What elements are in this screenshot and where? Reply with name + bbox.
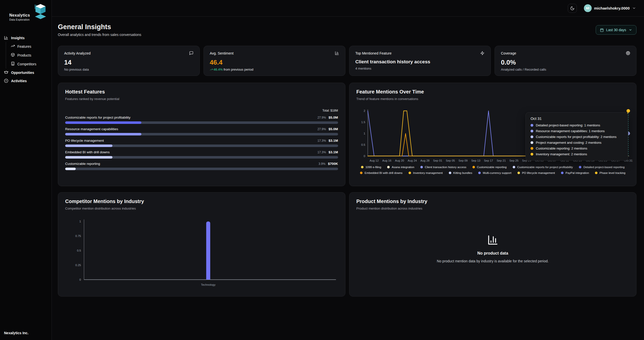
feature-bar-fill [65,156,112,159]
brand-logo: Nexalytics Data Exploration [0,3,52,28]
series-dot-icon [531,135,533,138]
main-area: MI michaelshokry.0000 General Insights O… [52,0,644,340]
sidebar-item-opportunities[interactable]: Opportunities [0,68,52,77]
feature-bar-row: Resource management capabilities 27.9% $… [65,127,338,135]
feature-value: $700K [328,162,338,166]
panel-subtitle: Product mention distribution across indu… [356,207,629,210]
svg-text:0.5: 0.5 [361,143,365,146]
feature-bar-track [65,133,338,135]
svg-text:Technology: Technology [201,283,216,286]
sidebar-nav: Insights Features Products Competitors [0,34,52,85]
svg-text:0.75: 0.75 [75,234,81,237]
legend-item: Embedded BI with drill downs [360,171,403,174]
feature-percent: 17.3% [317,139,326,142]
brand-name: Nexalytics [9,13,30,18]
feature-label: Embedded BI with drill downs [65,150,110,154]
svg-text:1.5: 1.5 [361,121,365,124]
stat-sub: Analyzed calls / Recorded calls [501,68,630,71]
series-dot-icon [531,153,533,156]
theme-toggle-button[interactable] [568,4,577,13]
moon-icon [570,6,575,11]
svg-text:Aug 16: Aug 16 [382,159,391,162]
svg-text:Aug 24: Aug 24 [408,159,417,162]
feature-bar-row: PO lifecycle management 17.3% $3.1M [65,139,338,147]
series-dot-icon [420,166,423,168]
hottest-features-panel: Hottest Features Features ranked by reve… [58,83,345,186]
stat-card-top-feature: Top Mentioned Feature Client transaction… [349,46,491,76]
feature-label: PO lifecycle management [65,139,104,142]
svg-text:2: 2 [364,109,365,112]
brand-lockup: Nexalytics Data Exploration [9,13,30,21]
stat-value: 46.4 [210,59,339,66]
panel-subtitle: Trend of feature mentions in conversatio… [356,97,629,101]
circle-dot-icon [4,79,8,83]
svg-text:Sep 21: Sep 21 [497,159,506,162]
content: General Insights Overall analytics and t… [52,17,644,297]
tooltip-row: Detailed project-based reporting: 1 ment… [531,123,623,127]
panel-title: Product Mentions by Industry [356,199,629,204]
bar-chart-area: 00.250.50.751Technology [65,214,338,287]
topbar: MI michaelshokry.0000 [52,0,644,17]
series-dot-icon [579,166,581,168]
feature-value: $5.0M [329,116,338,119]
zap-icon [480,51,485,55]
feature-bar-track [65,156,338,159]
legend-item: Customizable reports for project profita… [513,166,573,169]
delta-value: 46.4% [214,68,223,71]
svg-text:Aug 20: Aug 20 [395,159,404,162]
stat-card-activity: Activity Analyzed 14 No previous data [58,46,200,76]
sidebar-item-label: Competitors [17,62,36,66]
competitor-bar-chart: 00.250.50.751Technology [65,214,338,287]
avatar: MI [584,4,592,12]
feature-percent: 27.9% [317,127,326,131]
tooltip-row: Inventory management: 2 mentions [531,152,623,156]
series-dot-icon [513,166,515,168]
legend-label: Phase level tracking [599,171,625,174]
user-menu[interactable]: MI michaelshokry.0000 [584,4,636,12]
feature-value: $5.0M [329,127,338,131]
legend-label: Customizable reports for project profita… [517,166,573,169]
sidebar-item-competitors[interactable]: Competitors [6,60,52,68]
stat-card-sentiment: Avg. Sentiment 46.4 46.4% from previous … [204,46,345,76]
svg-text:Sep 01: Sep 01 [433,159,442,162]
svg-text:Aug 28: Aug 28 [420,159,429,162]
target-icon [626,51,630,55]
sidebar-footer: Nexalytics Inc. [0,331,52,335]
package-icon [11,53,15,58]
date-range-button[interactable]: Last 30 days [596,25,636,35]
legend-item: Asana integration [387,166,414,169]
panel-title: Hottest Features [65,89,338,95]
legend-item: Multi-currency support [478,171,511,174]
legend-item: Phase level tracking [595,171,625,174]
stat-card-coverage: Coverage 0.0% Analyzed calls / Recorded … [495,46,636,76]
sidebar-item-products[interactable]: Products [6,51,52,60]
legend-label: Kitting bundles [453,171,472,174]
tooltip-text: Customizable reporting: 2 mentions [536,147,587,150]
chart-legend: 1099 e-filing Asana integration Client t… [356,166,629,174]
feature-value: $3.1M [329,139,338,142]
delta-caption: from previous period [224,68,254,71]
sidebar-item-insights[interactable]: Insights [0,34,52,42]
svg-text:1: 1 [79,220,81,223]
sidebar-item-activities[interactable]: Activities [0,77,52,85]
feature-label: Customizable reporting [65,162,100,166]
legend-label: Embedded BI with drill downs [365,171,403,174]
sidebar: Nexalytics Data Exploration Insights Fea… [0,0,52,340]
chevron-down-icon [632,6,636,10]
bar-chart-icon [4,36,8,40]
series-dot-icon [531,147,533,150]
panel-subtitle: Features ranked by revenue potential [65,97,338,101]
stat-sub: No previous data [64,68,193,71]
feature-percent: 27.9% [317,116,326,119]
legend-item: Detailed project-based reporting [579,166,625,169]
svg-text:0.5: 0.5 [77,249,81,252]
svg-text:0.25: 0.25 [75,264,81,267]
stat-value: Client transaction history access [355,59,485,65]
legend-label: Client transaction history access [425,166,466,169]
feature-label: Resource management capabilities [65,127,118,131]
feature-bar-row: Customizable reports for project profita… [65,116,338,124]
stat-cards: Activity Analyzed 14 No previous data Av… [58,46,636,76]
legend-item: PayPal integration [561,171,589,174]
tooltip-text: Inventory management: 2 mentions [536,152,587,156]
sidebar-item-features[interactable]: Features [6,42,52,51]
